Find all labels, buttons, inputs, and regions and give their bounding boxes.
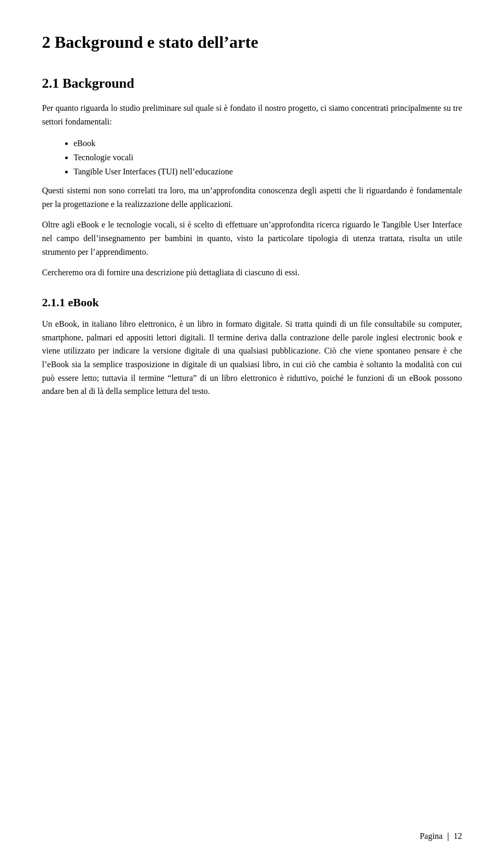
list-item: Tecnologie vocali [74, 150, 462, 164]
page-footer: Pagina 12 [419, 832, 462, 841]
section-2-1-para2: Oltre agli eBook e le tecnologie vocali,… [42, 218, 462, 258]
footer-separator [448, 833, 448, 841]
page: 2 Background e stato dell’arte 2.1 Backg… [0, 0, 504, 862]
chapter-title: 2 Background e stato dell’arte [42, 32, 462, 54]
section-2-1-intro: Per quanto riguarda lo studio preliminar… [42, 101, 462, 128]
section-2-1-para1: Questi sistemi non sono correlati tra lo… [42, 184, 462, 211]
list-item: Tangible User Interfaces (TUI) nell’educ… [74, 164, 462, 179]
list-item: eBook [74, 136, 462, 150]
footer-label: Pagina [419, 832, 443, 840]
section-2-1-para3: Cercheremo ora di fornire una descrizion… [42, 266, 462, 279]
section-2-1-1-para1: Un eBook, in italiano libro elettronico,… [42, 317, 462, 398]
section-2-1-title: 2.1 Background [42, 75, 462, 92]
section-2-1-1-title: 2.1.1 eBook [42, 295, 462, 310]
bullet-list: eBook Tecnologie vocali Tangible User In… [74, 136, 462, 179]
page-number: 12 [454, 832, 462, 840]
